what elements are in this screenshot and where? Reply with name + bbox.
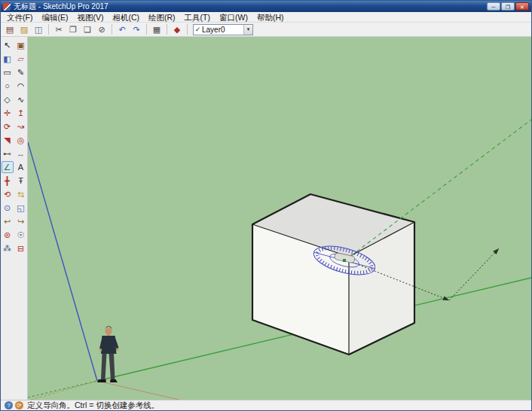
tool-rotate[interactable]: ⟳ [2, 120, 14, 132]
tool-select[interactable]: ↖ [2, 39, 14, 51]
text-icon: A [18, 163, 23, 172]
tool-orbit[interactable]: ⟲ [2, 188, 14, 200]
undo-icon: ↶ [118, 26, 125, 34]
menu-help[interactable]: 帮助(H) [252, 12, 289, 23]
menu-camera[interactable]: 相机(C) [108, 12, 144, 23]
menu-edit[interactable]: 编辑(E) [37, 12, 72, 23]
rotate-icon: ⟳ [4, 122, 11, 132]
tool-zoom[interactable]: ⊙ [2, 202, 14, 214]
drawing-canvas[interactable] [28, 37, 531, 400]
tool-axes[interactable]: ╋ [2, 175, 14, 187]
select-icon: ↖ [4, 41, 11, 50]
orbit-icon: ⟲ [4, 190, 11, 199]
tool-tape-measure[interactable]: ⊷ [2, 148, 14, 160]
layer-dropdown[interactable]: ✓Layer0▾ [193, 24, 253, 35]
tool-look-around[interactable]: ☉ [15, 229, 27, 241]
status-message: 定义导向角。Ctrl = 切换创建参考线。 [27, 400, 159, 411]
tool-palette: ↖▣◧▱▭✎○◠◇∿✛↥⟳↝◥◎⊷↔∠A╋Ŧ⟲⇆⊙◱↩↪⊚☉⁂⊟ [1, 37, 28, 400]
status-icons: ?⟳ [5, 401, 23, 409]
tool-arc[interactable]: ◠ [15, 80, 27, 92]
menu-window[interactable]: 窗口(W) [215, 12, 252, 23]
credits-icon[interactable]: ⟳ [15, 401, 23, 409]
rectangle-icon: ▭ [3, 68, 11, 78]
tool-paint-bucket[interactable]: ◧ [2, 53, 14, 65]
tool-freehand[interactable]: ∿ [15, 93, 27, 105]
erase-button[interactable]: ⊘ [95, 23, 109, 36]
tool-3d-text[interactable]: Ŧ [15, 175, 27, 187]
cut-icon: ✂ [55, 26, 62, 34]
zoom-extents-icon: ◱ [17, 203, 24, 213]
window-title: 无标题 - SketchUp Pro 2017 [14, 2, 484, 12]
tool-push-pull[interactable]: ↥ [15, 107, 27, 119]
model-info-button[interactable]: ◆ [170, 23, 184, 36]
dimension-icon: ↔ [17, 149, 25, 158]
copy-button[interactable]: ❐ [66, 23, 80, 36]
toolbar-separator [187, 24, 188, 35]
status-bar: ?⟳ 定义导向角。Ctrl = 切换创建参考线。 [1, 400, 531, 410]
new-icon: ▤ [6, 26, 14, 34]
eraser-icon: ▱ [17, 54, 23, 64]
tool-follow-me[interactable]: ↝ [15, 120, 27, 132]
tool-move[interactable]: ✛ [2, 107, 14, 119]
tool-scale[interactable]: ◥ [2, 134, 14, 146]
tool-protractor[interactable]: ∠ [2, 161, 14, 173]
undo-button[interactable]: ↶ [115, 23, 129, 36]
offset-icon: ◎ [17, 135, 25, 145]
toolbar-separator [112, 24, 112, 35]
open-button[interactable]: ▨ [17, 23, 31, 36]
menu-bar: 文件(F)编辑(E)视图(V)相机(C)绘图(R)工具(T)窗口(W)帮助(H) [1, 12, 531, 23]
menu-draw[interactable]: 绘图(R) [144, 12, 180, 23]
tool-position-camera[interactable]: ⊚ [2, 229, 14, 241]
new-button[interactable]: ▤ [3, 23, 17, 36]
chevron-down-icon[interactable]: ▾ [243, 25, 252, 35]
toolbar: ▤▨◫✂❐❏⊘↶↷▦◆✓Layer0▾ [1, 23, 531, 37]
copy-icon: ❐ [69, 26, 77, 34]
look-around-icon: ☉ [17, 230, 25, 240]
menu-view[interactable]: 视图(V) [72, 12, 108, 23]
freehand-icon: ∿ [17, 95, 24, 105]
tool-text[interactable]: A [15, 161, 27, 173]
save-button[interactable]: ◫ [32, 23, 45, 36]
tool-next[interactable]: ↪ [15, 215, 27, 227]
push-pull-icon: ↥ [17, 108, 24, 118]
toolbar-separator [146, 24, 147, 35]
tool-walk[interactable]: ⁂ [2, 242, 14, 254]
walk-icon: ⁂ [3, 244, 11, 254]
tool-offset[interactable]: ◎ [15, 134, 27, 146]
circle-icon: ○ [5, 81, 10, 90]
tool-rectangle[interactable]: ▭ [2, 66, 14, 78]
erase-icon: ⊘ [98, 26, 105, 34]
minimize-button[interactable]: ─ [487, 2, 500, 11]
menu-file[interactable]: 文件(F) [2, 12, 37, 23]
tool-zoom-extents[interactable]: ◱ [15, 202, 27, 214]
maximize-button[interactable]: ❐ [501, 2, 515, 11]
tool-section-plane[interactable]: ⊟ [15, 242, 27, 254]
tool-eraser[interactable]: ▱ [15, 53, 27, 65]
print-button[interactable]: ▦ [150, 23, 164, 36]
paste-button[interactable]: ❏ [81, 23, 94, 36]
redo-button[interactable]: ↷ [130, 23, 143, 36]
pan-icon: ⇆ [17, 190, 24, 199]
geolocation-icon[interactable]: ? [5, 401, 13, 409]
next-icon: ↪ [17, 217, 24, 227]
zoom-icon: ⊙ [4, 203, 11, 213]
tool-make-component[interactable]: ▣ [15, 39, 27, 51]
tool-polygon[interactable]: ◇ [2, 93, 14, 105]
tool-line[interactable]: ✎ [15, 66, 27, 78]
menu-tools[interactable]: 工具(T) [180, 12, 215, 23]
person-right-hand [116, 348, 119, 351]
tool-previous[interactable]: ↩ [2, 215, 14, 227]
scale-icon: ◥ [4, 135, 10, 145]
tool-circle[interactable]: ○ [2, 80, 14, 92]
previous-icon: ↩ [4, 217, 11, 227]
cut-button[interactable]: ✂ [52, 23, 66, 36]
redo-icon: ↷ [133, 26, 139, 34]
tape-measure-icon: ⊷ [3, 149, 11, 159]
open-icon: ▨ [20, 26, 28, 34]
sketchup-window: 无标题 - SketchUp Pro 2017 ─ ❐ ✕ 文件(F)编辑(E)… [0, 0, 532, 411]
tool-dimension[interactable]: ↔ [15, 148, 27, 160]
title-bar[interactable]: 无标题 - SketchUp Pro 2017 ─ ❐ ✕ [1, 1, 531, 12]
close-button[interactable]: ✕ [515, 2, 529, 11]
layer-dropdown-value: Layer0 [202, 26, 243, 34]
tool-pan[interactable]: ⇆ [15, 188, 27, 200]
